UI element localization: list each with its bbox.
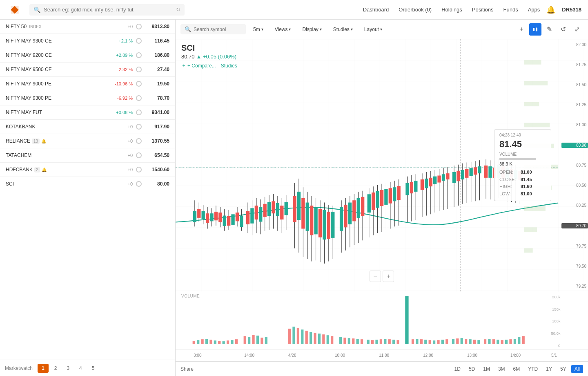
tab-5[interactable]: 5 xyxy=(88,364,99,373)
market-item-change-10: +0 xyxy=(104,167,133,172)
market-item-name-9: TATACHEM xyxy=(6,152,104,158)
svg-rect-95 xyxy=(361,197,364,216)
nav-links: Dashboard Orderbook (0) Holdings Positio… xyxy=(363,7,540,13)
nav-dashboard[interactable]: Dashboard xyxy=(363,7,389,13)
svg-rect-206 xyxy=(396,340,399,344)
svg-rect-203 xyxy=(384,339,386,344)
tf-5y[interactable]: 5Y xyxy=(557,365,570,373)
market-item-circle-9 xyxy=(136,152,142,158)
layout-dropdown[interactable]: Layout ▾ xyxy=(360,25,386,34)
market-item-7[interactable]: KOTAKBANK +0 917.90 xyxy=(0,120,175,134)
nav-apps[interactable]: Apps xyxy=(528,7,540,13)
expand-btn[interactable]: ⤢ xyxy=(571,23,583,36)
tf-3m[interactable]: 3M xyxy=(495,365,508,373)
tf-ytd[interactable]: YTD xyxy=(525,365,541,373)
nav-funds[interactable]: Funds xyxy=(503,7,518,13)
tf-all[interactable]: All xyxy=(571,365,583,373)
market-item-5[interactable]: NIFTY MAY 9300 PE -6.92 % 78.70 xyxy=(0,91,175,105)
global-search[interactable]: 🔍 ↻ xyxy=(29,4,185,16)
svg-rect-23 xyxy=(197,209,200,218)
share-button[interactable]: Share xyxy=(180,366,194,372)
candlestick-btn[interactable] xyxy=(529,23,541,36)
chart-search-input[interactable] xyxy=(194,27,242,32)
market-item-4[interactable]: NIFTY MAY 9000 PE -10.96 % 19.50 xyxy=(0,77,175,91)
svg-rect-199 xyxy=(367,340,370,344)
tab-4[interactable]: 4 xyxy=(75,364,86,373)
svg-rect-79 xyxy=(323,210,326,239)
svg-rect-220 xyxy=(469,339,471,344)
svg-rect-131 xyxy=(446,173,449,179)
compare-btn[interactable]: ＋ + Compare... xyxy=(181,62,216,69)
app-logo[interactable] xyxy=(7,2,23,18)
svg-rect-221 xyxy=(473,340,476,344)
svg-rect-175 xyxy=(244,336,246,344)
studies-dropdown[interactable]: Studies ▾ xyxy=(329,25,357,34)
tf-1m[interactable]: 1M xyxy=(480,365,493,373)
svg-rect-87 xyxy=(344,205,347,227)
market-item-8[interactable]: RELIANCE13🔔 +0 1370.55 xyxy=(0,134,175,148)
market-item-3[interactable]: NIFTY MAY 9500 CE -2.32 % 27.40 xyxy=(0,63,175,77)
svg-rect-125 xyxy=(433,177,437,184)
market-item-11[interactable]: SCI +0 80.00 xyxy=(0,177,175,191)
time-1000: 10:00 xyxy=(335,353,345,358)
draw-btn[interactable]: ✎ xyxy=(543,23,555,36)
tf-5d[interactable]: 5D xyxy=(466,365,478,373)
timeframe-selector[interactable]: 5m ▾ xyxy=(249,25,267,34)
user-profile[interactable]: DR5318 xyxy=(562,7,581,13)
market-item-name-11: SCI xyxy=(6,181,104,187)
tf-1d[interactable]: 1D xyxy=(451,365,464,373)
market-item-change-6: +0.08 % xyxy=(104,110,133,115)
chart-symbol-search[interactable]: 🔍 xyxy=(180,24,246,34)
svg-rect-165 xyxy=(197,340,199,344)
price-badge-8070: 80.70 xyxy=(561,223,588,228)
svg-rect-99 xyxy=(372,192,375,210)
nav-positions[interactable]: Positions xyxy=(472,7,494,13)
chart-search-icon: 🔍 xyxy=(185,26,191,32)
display-dropdown[interactable]: Display ▾ xyxy=(298,25,325,34)
nav-orderbook[interactable]: Orderbook (0) xyxy=(399,7,432,13)
price-8075: 80.75 xyxy=(561,163,588,168)
high-label: HIGH: xyxy=(499,183,517,190)
zoom-in-btn[interactable]: + xyxy=(383,271,394,282)
tab-2[interactable]: 2 xyxy=(50,364,61,373)
svg-rect-202 xyxy=(380,339,382,344)
symbol-change: ▲ +0.05 (0.06%) xyxy=(196,54,237,60)
tab-3[interactable]: 3 xyxy=(62,364,74,373)
studies-btn[interactable]: Studies xyxy=(221,62,237,69)
notifications-icon[interactable]: 🔔 xyxy=(546,5,555,14)
svg-rect-178 xyxy=(256,336,259,344)
svg-rect-71 xyxy=(306,203,309,231)
market-item-2[interactable]: NIFTY MAY 9200 CE +2.89 % 186.80 xyxy=(0,48,175,63)
price-8050: 80.50 xyxy=(561,183,588,188)
market-item-1[interactable]: NIFTY MAY 9300 CE +2.1 % 116.45 xyxy=(0,34,175,48)
chart-toolbar-icons: ＋ ✎ ↺ ⤢ xyxy=(515,23,583,36)
studies-chevron-icon: ▾ xyxy=(351,27,353,31)
add-indicator-btn[interactable]: ＋ xyxy=(515,23,528,36)
svg-rect-135 xyxy=(457,171,460,181)
refresh-icon[interactable]: ↻ xyxy=(176,7,180,13)
svg-rect-27 xyxy=(206,213,209,223)
svg-rect-139 xyxy=(465,169,468,178)
chart-area: SCI 80.70 ▲ +0.05 (0.06%) ＋ + Compare...… xyxy=(176,39,588,376)
svg-rect-113 xyxy=(405,183,409,195)
market-item-9[interactable]: TATACHEM +0 654.50 xyxy=(0,148,175,163)
svg-rect-137 xyxy=(461,170,464,179)
tf-1y[interactable]: 1Y xyxy=(543,365,555,373)
reset-btn[interactable]: ↺ xyxy=(557,23,569,36)
global-search-input[interactable] xyxy=(44,7,173,13)
market-item-circle-7 xyxy=(136,124,142,130)
market-item-10[interactable]: HDFCBANK2🔔 +0 1540.60 xyxy=(0,163,175,177)
market-item-name-3: NIFTY MAY 9500 CE xyxy=(6,67,104,72)
svg-rect-121 xyxy=(425,179,428,188)
svg-text:50.0k: 50.0k xyxy=(551,331,560,336)
zoom-out-btn[interactable]: − xyxy=(370,271,381,282)
tab-1[interactable]: 1 xyxy=(38,364,49,373)
nav-holdings[interactable]: Holdings xyxy=(441,7,462,13)
tf-6m[interactable]: 6M xyxy=(510,365,523,373)
market-item-0[interactable]: NIFTY 50INDEX +0 9313.80 xyxy=(0,20,175,34)
views-dropdown[interactable]: Views ▾ xyxy=(271,25,295,34)
svg-rect-2 xyxy=(533,28,535,31)
market-item-6[interactable]: NIFTY MAY FUT +0.08 % 9341.00 xyxy=(0,105,175,120)
svg-rect-211 xyxy=(429,340,431,344)
svg-rect-111 xyxy=(397,186,400,200)
